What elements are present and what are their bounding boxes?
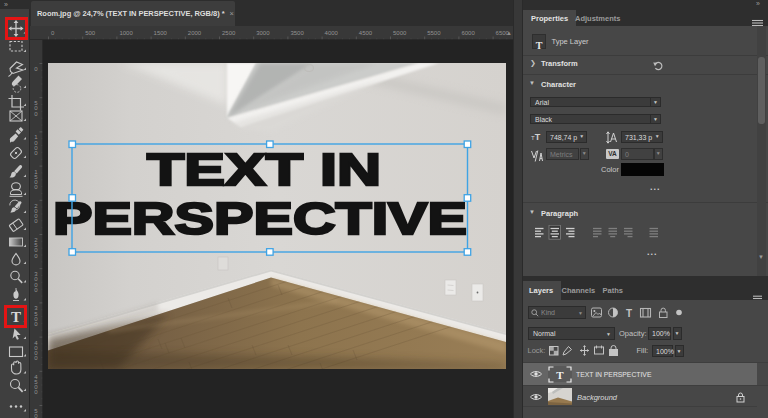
svg-text:6000: 6000 xyxy=(461,30,475,36)
svg-text:0: 0 xyxy=(34,150,38,156)
svg-text:5500: 5500 xyxy=(427,30,441,36)
svg-text:3500: 3500 xyxy=(290,30,304,36)
svg-text:500: 500 xyxy=(85,30,96,36)
svg-text:0: 0 xyxy=(34,321,38,327)
svg-text:0: 0 xyxy=(34,389,38,395)
svg-text:2000: 2000 xyxy=(188,30,202,36)
svg-text:0: 0 xyxy=(34,413,38,418)
svg-text:0: 0 xyxy=(34,66,38,72)
svg-text:4000: 4000 xyxy=(325,30,339,36)
svg-text:4500: 4500 xyxy=(359,30,373,36)
svg-text:0: 0 xyxy=(34,287,38,293)
svg-text:0: 0 xyxy=(34,253,38,259)
svg-text:0: 0 xyxy=(51,30,55,36)
svg-text:1500: 1500 xyxy=(154,30,168,36)
svg-text:0: 0 xyxy=(34,184,38,190)
svg-text:1000: 1000 xyxy=(119,30,133,36)
svg-text:2500: 2500 xyxy=(222,30,236,36)
svg-text:T: T xyxy=(556,368,564,380)
svg-text:0: 0 xyxy=(34,355,38,361)
svg-text:0: 0 xyxy=(34,218,38,224)
svg-text:T: T xyxy=(626,308,632,319)
svg-text:0: 0 xyxy=(34,111,38,117)
svg-text:5000: 5000 xyxy=(393,30,407,36)
svg-text:3000: 3000 xyxy=(256,30,270,36)
